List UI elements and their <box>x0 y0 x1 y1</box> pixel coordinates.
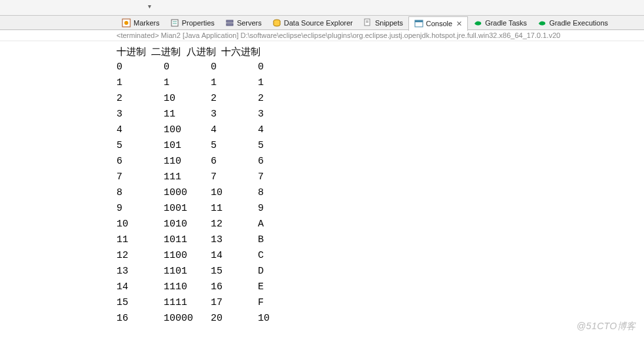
table-row: 8 1000 10 8 <box>116 185 641 201</box>
tab-gradle-executions[interactable]: Gradle Executions <box>532 16 613 30</box>
tab-label: Console <box>426 20 452 27</box>
tab-label: Properties <box>182 19 215 27</box>
properties-icon <box>170 18 179 27</box>
table-row: 12 1100 14 C <box>116 248 641 264</box>
tab-label: Servers <box>237 19 262 27</box>
tab-markers[interactable]: Markers <box>116 16 165 30</box>
tab-label: Gradle Tasks <box>485 19 527 27</box>
svg-rect-12 <box>415 20 423 22</box>
snippets-icon <box>363 18 372 27</box>
watermark: @51CTO博客 <box>577 321 636 332</box>
table-row: 13 1101 15 D <box>116 264 641 279</box>
table-row: 7 111 7 7 <box>116 170 641 185</box>
tab-properties[interactable]: Properties <box>165 16 220 30</box>
tab-data-source-explorer[interactable]: Data Source Explorer <box>267 16 358 30</box>
svg-rect-5 <box>226 20 233 22</box>
table-row: 6 110 6 6 <box>116 154 641 170</box>
tab-gradle-tasks[interactable]: Gradle Tasks <box>468 16 532 30</box>
tab-snippets[interactable]: Snippets <box>358 16 408 30</box>
toolbar-dropdown-icon[interactable]: ▾ <box>148 3 151 10</box>
gradle-icon <box>473 18 482 27</box>
table-row: 1 1 1 1 <box>116 75 641 91</box>
table-row: 3 11 3 3 <box>116 107 641 122</box>
table-row: 15 1111 17 F <box>116 295 641 311</box>
table-row: 11 1011 13 B <box>116 232 641 248</box>
svg-point-1 <box>124 21 128 25</box>
svg-rect-2 <box>171 20 178 26</box>
data-source-icon <box>272 18 281 27</box>
table-row: 4 100 4 4 <box>116 122 641 138</box>
table-row: 9 1001 11 9 <box>116 201 641 217</box>
table-row: 2 10 2 2 <box>116 91 641 107</box>
markers-icon <box>122 18 131 27</box>
table-row: 0 0 0 0 <box>116 60 641 75</box>
console-icon <box>414 19 423 28</box>
svg-rect-6 <box>226 24 233 26</box>
table-row: 10 1010 12 A <box>116 217 641 232</box>
tab-label: Snippets <box>375 19 403 27</box>
tab-label: Gradle Executions <box>549 19 608 27</box>
servers-icon <box>225 18 234 27</box>
tab-servers[interactable]: Servers <box>220 16 267 30</box>
table-row: 16 10000 20 10 <box>116 311 641 327</box>
console-output[interactable]: 十进制 二进制 八进制 十六进制 0 0 0 0 1 1 1 1 2 10 2 … <box>0 41 644 329</box>
tab-console[interactable]: Console ✕ <box>408 16 468 31</box>
table-header: 十进制 二进制 八进制 十六进制 <box>116 44 641 60</box>
views-tab-bar: Markers Properties Servers Data Source E… <box>0 16 644 30</box>
top-toolbar: ▾ <box>0 0 644 16</box>
close-icon[interactable]: ✕ <box>456 20 462 28</box>
termination-status: <terminated> Mian2 [Java Application] D:… <box>0 30 644 41</box>
gradle-icon <box>537 18 546 27</box>
table-row: 14 1110 16 E <box>116 279 641 295</box>
tab-label: Markers <box>134 19 160 27</box>
table-row: 5 101 5 5 <box>116 138 641 154</box>
tab-label: Data Source Explorer <box>284 19 353 27</box>
